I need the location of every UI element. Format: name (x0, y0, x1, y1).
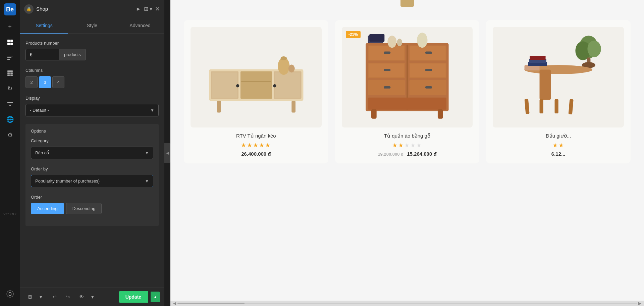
tab-settings[interactable]: Settings (20, 18, 68, 34)
wordpress-icon[interactable]: ⓪ (6, 289, 14, 299)
column-btn-3[interactable]: 3 (39, 76, 51, 88)
svg-point-23 (273, 84, 276, 87)
svg-rect-48 (371, 109, 377, 119)
device-chevron-icon[interactable]: ▾ (36, 292, 46, 302)
product-stars-3: ★★ (552, 142, 565, 149)
svg-rect-63 (524, 65, 539, 70)
order-by-chevron-icon: ▼ (145, 179, 149, 184)
svg-rect-49 (438, 109, 443, 119)
be-logo: Be (4, 3, 16, 15)
sidebar-icon-refresh[interactable]: ↻ (3, 82, 17, 95)
order-by-group: Order by Popularity (number of purchases… (31, 166, 153, 187)
sidebar-icon-layout[interactable] (3, 36, 17, 49)
category-select[interactable]: Bàn cổ ▼ (31, 147, 153, 159)
ascending-button[interactable]: Ascending (31, 203, 64, 214)
product-price-1: 26.400.000 đ (241, 151, 271, 157)
svg-rect-68 (568, 99, 573, 114)
product-name-3: Đầu giườ... (546, 133, 571, 139)
panel-title: Shop (36, 6, 133, 12)
descending-button[interactable]: Descending (66, 203, 102, 214)
svg-rect-19 (241, 81, 271, 82)
order-buttons: Ascending Descending (31, 203, 153, 214)
chevron-down-icon: ▼ (150, 108, 154, 113)
svg-rect-21 (275, 72, 300, 98)
discount-badge: -21% (346, 31, 361, 38)
scrollbar-thumb[interactable] (177, 303, 245, 304)
sidebar-icon-sort[interactable] (3, 51, 17, 64)
panel-content: Products number products Columns 2 3 4 D… (20, 34, 164, 287)
product-original-price-2: 19.200.000 đ (378, 152, 404, 157)
svg-rect-6 (7, 59, 10, 60)
category-group: Category Bàn cổ ▼ (31, 138, 153, 159)
sidebar-icon-add[interactable]: + (3, 20, 17, 34)
products-number-input[interactable] (25, 49, 59, 60)
svg-rect-25 (291, 101, 296, 112)
product-card: -21% (335, 20, 480, 163)
products-badge: products (59, 49, 86, 60)
svg-rect-1 (10, 40, 13, 42)
tab-style[interactable]: Style (68, 18, 116, 34)
display-select[interactable]: - Default - ▼ (25, 104, 159, 116)
tab-advanced[interactable]: Advanced (116, 18, 164, 34)
order-group: Order Ascending Descending (31, 195, 153, 214)
display-value: - Default - (30, 108, 49, 113)
svg-rect-0 (7, 40, 10, 42)
desktop-icon[interactable]: 🖥 (24, 292, 35, 302)
svg-rect-46 (425, 86, 432, 89)
svg-rect-9 (10, 72, 13, 74)
sidebar-icon-table[interactable] (3, 66, 17, 80)
cursor-icon: ► (136, 6, 141, 12)
sidebar-icon-globe[interactable]: 🌐 (3, 113, 17, 126)
close-button[interactable]: ✕ (155, 5, 160, 13)
svg-rect-2 (7, 43, 10, 45)
product-stars-2: ★★★★★ (392, 142, 422, 149)
preview-group: 👁 ▾ (76, 292, 98, 302)
products-number-group: Products number products (25, 41, 159, 60)
svg-rect-14 (9, 105, 11, 106)
order-by-value: Popularity (number of purchases) (35, 178, 100, 184)
svg-rect-18 (240, 71, 272, 99)
sidebar-icon-settings[interactable]: ⚙ (3, 128, 17, 142)
options-title: Options (31, 129, 153, 134)
svg-rect-8 (7, 72, 10, 74)
svg-rect-70 (554, 99, 558, 113)
lock-icon: 🔒 (24, 4, 34, 14)
svg-rect-7 (7, 70, 13, 72)
main-content: RTV Tủ ngăn kéo ★★★★★ 26.400.000 đ -21% (170, 0, 644, 306)
svg-rect-66 (530, 56, 545, 60)
scroll-right-icon[interactable]: ▶ (638, 301, 641, 306)
panel-footer: 🖥 ▾ ↩ ↪ 👁 ▾ Update ▲ (20, 287, 164, 306)
order-by-select[interactable]: Popularity (number of purchases) ▼ (31, 175, 153, 187)
svg-rect-41 (384, 69, 390, 71)
settings-panel: 🔒 Shop ► ⊞ ▾ ✕ Settings Style Advanced P… (20, 0, 164, 306)
panel-tabs: Settings Style Advanced (20, 18, 164, 34)
layout-button[interactable]: ⊞ ▾ (144, 6, 152, 12)
column-btn-2[interactable]: 2 (25, 76, 38, 88)
update-arrow-button[interactable]: ▲ (151, 292, 160, 302)
columns-buttons: 2 3 4 (25, 76, 159, 88)
svg-point-52 (417, 33, 428, 48)
preview-icon[interactable]: 👁 (76, 292, 87, 302)
svg-rect-5 (7, 57, 11, 58)
version-label: V27.2.9.2 (3, 212, 16, 218)
sidebar-icon-filters[interactable] (3, 97, 17, 111)
redo-button[interactable]: ↪ (62, 292, 73, 302)
order-label: Order (31, 195, 153, 200)
products-number-row: products (25, 49, 159, 60)
category-label: Category (31, 138, 153, 143)
svg-rect-55 (369, 34, 384, 42)
product-card: Đầu giườ... ★★ 6.12... (486, 20, 631, 163)
product-image-3 (493, 27, 624, 128)
preview-chevron-icon[interactable]: ▾ (87, 292, 98, 302)
product-image-1 (191, 27, 322, 128)
collapse-handle[interactable]: ◀ (164, 143, 170, 163)
svg-point-58 (587, 41, 601, 57)
update-button[interactable]: Update (119, 291, 148, 303)
undo-button[interactable]: ↩ (49, 292, 60, 302)
svg-point-28 (288, 64, 294, 72)
column-btn-4[interactable]: 4 (52, 76, 64, 88)
scroll-left-icon[interactable]: ◀ (173, 301, 176, 306)
product-sale-price-2: 15.264.000 đ (407, 151, 436, 157)
options-section: Options Category Bàn cổ ▼ Order by Popul… (25, 124, 159, 226)
bottom-scrollbar[interactable]: ◀ ▶ (170, 301, 644, 306)
